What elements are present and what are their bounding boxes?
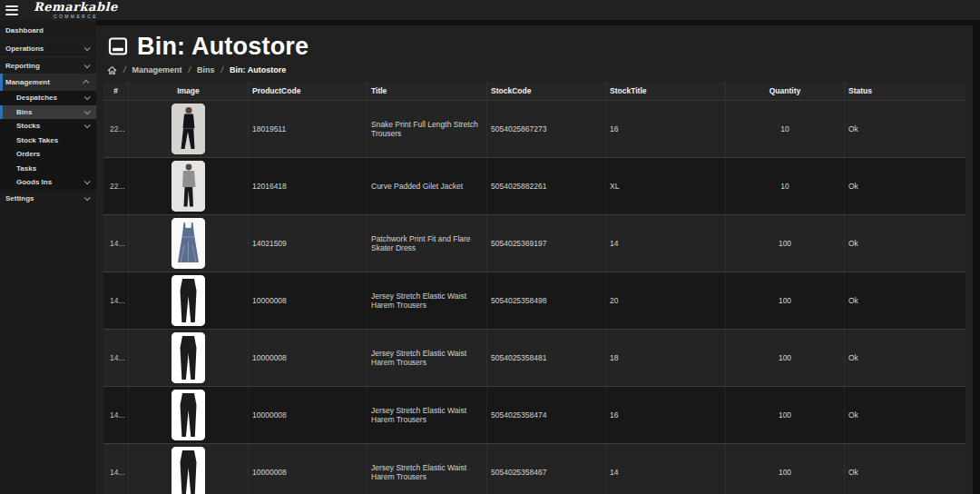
row-id: 14... [103, 387, 129, 443]
table-row[interactable]: 14... 10000008 Jersey Stretch Elastic Wa… [103, 272, 965, 330]
sidebar-item-management[interactable]: Management [0, 74, 96, 91]
sidebar-item-label: Stock Takes [16, 136, 91, 144]
table-row[interactable]: 22... 18019511 Snake Print Full Length S… [103, 101, 965, 158]
quantity: 100 [726, 444, 845, 494]
status: Ok [845, 387, 965, 443]
product-image[interactable] [172, 104, 205, 154]
sidebar-item-label: Dashboard [5, 26, 91, 35]
quantity: 100 [726, 272, 845, 329]
sidebar-item-bins[interactable]: Bins [0, 105, 96, 120]
quantity: 10 [726, 101, 845, 157]
sidebar-item-dashboard[interactable]: Dashboard [0, 22, 96, 39]
quantity: 100 [726, 215, 845, 272]
chevron-down-icon [84, 62, 91, 68]
quantity: 100 [726, 330, 845, 386]
stock-code: 5054025358481 [487, 330, 606, 386]
status: Ok [845, 215, 965, 272]
product-code: 10000008 [249, 387, 368, 443]
breadcrumb-management[interactable]: Management [132, 65, 182, 74]
product-code: 10000008 [249, 330, 368, 386]
sidebar-item-label: Reporting [5, 62, 84, 70]
product-code: 10000008 [249, 272, 368, 329]
stock-title: XL [606, 158, 726, 214]
stock-title: 14 [606, 215, 726, 272]
sidebar-item-stock-takes[interactable]: Stock Takes [0, 133, 96, 148]
col-header-status[interactable]: Status [845, 82, 965, 100]
bin-items-table: # Image ProductCode Title StockCode Stoc… [103, 82, 965, 494]
product-image[interactable] [172, 218, 205, 269]
product-image-cell [129, 444, 249, 494]
col-header-stockcode[interactable]: StockCode [487, 82, 606, 100]
sidebar-item-label: Settings [5, 194, 84, 203]
stock-title: 16 [606, 101, 726, 157]
table-row[interactable]: 14... 10000008 Jersey Stretch Elastic Wa… [103, 330, 965, 387]
sidebar-item-label: Bins [16, 108, 84, 116]
bin-icon [107, 35, 129, 57]
sidebar-item-settings[interactable]: Settings [0, 190, 96, 207]
product-image[interactable] [172, 332, 205, 383]
product-image-cell [129, 215, 249, 272]
col-header-num[interactable]: # [103, 82, 129, 100]
sidebar-item-despatches[interactable]: Despatches [0, 91, 96, 105]
col-header-title[interactable]: Title [368, 82, 487, 100]
product-image-cell [129, 272, 249, 329]
sidebar-item-goods-ins[interactable]: Goods Ins [0, 175, 96, 190]
stock-title: 18 [606, 330, 726, 386]
breadcrumb-current: Bin: Autostore [230, 65, 286, 74]
product-title: Jersey Stretch Elastic Waist Harem Trous… [368, 444, 487, 494]
sidebar-item-label: Management [5, 78, 84, 86]
stock-code: 5054025867273 [487, 101, 606, 157]
product-title: Jersey Stretch Elastic Waist Harem Trous… [368, 330, 487, 386]
breadcrumb-bins[interactable]: Bins [197, 65, 215, 74]
product-image-cell [129, 387, 249, 443]
stock-title: 16 [606, 387, 726, 443]
page-title: Bin: Autostore [137, 33, 309, 61]
table-row[interactable]: 14... 14021509 Patchwork Print Fit and F… [103, 215, 965, 272]
col-header-productcode[interactable]: ProductCode [249, 82, 368, 100]
col-header-image[interactable]: Image [129, 82, 249, 100]
main-panel: Bin: Autostore / Management / Bins / Bin… [96, 25, 973, 494]
col-header-quantity[interactable]: Quantity [726, 82, 845, 100]
product-title: Jersey Stretch Elastic Waist Harem Trous… [368, 272, 487, 329]
row-id: 14... [103, 330, 129, 386]
product-image[interactable] [172, 161, 205, 212]
sidebar-item-tasks[interactable]: Tasks [0, 162, 96, 176]
sidebar-item-label: Tasks [16, 164, 91, 173]
sidebar-item-stocks[interactable]: Stocks [0, 119, 96, 133]
product-image[interactable] [172, 275, 205, 326]
logo[interactable]: Remarkable COMMERCE [34, 1, 118, 19]
product-image[interactable] [172, 447, 205, 494]
sidebar-item-operations[interactable]: Operations [0, 39, 96, 56]
chevron-down-icon [84, 179, 91, 185]
home-icon[interactable] [107, 65, 117, 75]
breadcrumb-separator: / [221, 65, 224, 74]
sidebar-item-label: Operations [5, 44, 84, 53]
logo-subtitle: COMMERCE [34, 15, 118, 19]
chevron-down-icon [84, 44, 91, 51]
sidebar-item-label: Stocks [16, 122, 84, 130]
sidebar-item-label: Goods Ins [16, 178, 84, 186]
sidebar-item-label: Orders [16, 150, 91, 158]
row-id: 14... [103, 444, 129, 494]
stock-code: 5054025882261 [487, 158, 606, 214]
status: Ok [845, 101, 965, 157]
table-row[interactable]: 22... 12016418 Curve Padded Gilet Jacket… [103, 158, 965, 215]
table-row[interactable]: 14... 10000008 Jersey Stretch Elastic Wa… [103, 444, 965, 494]
table-row[interactable]: 14... 10000008 Jersey Stretch Elastic Wa… [103, 387, 965, 444]
product-title: Snake Print Full Length Stretch Trousers [368, 101, 487, 157]
stock-code: 5054025358467 [487, 444, 606, 494]
product-code: 14021509 [249, 215, 368, 272]
product-image-cell [129, 330, 249, 386]
menu-icon[interactable] [5, 5, 18, 15]
sidebar-item-orders[interactable]: Orders [0, 147, 96, 162]
breadcrumb: / Management / Bins / Bin: Autostore [107, 64, 973, 76]
row-id: 14... [103, 272, 129, 329]
status: Ok [845, 330, 965, 386]
col-header-stocktitle[interactable]: StockTitle [606, 82, 726, 100]
table-body: 22... 18019511 Snake Print Full Length S… [103, 101, 965, 494]
product-image-cell [129, 101, 249, 157]
quantity: 10 [726, 158, 845, 214]
stock-code: 5054025358474 [487, 387, 606, 443]
sidebar-item-reporting[interactable]: Reporting [0, 56, 96, 74]
product-image[interactable] [172, 390, 205, 440]
